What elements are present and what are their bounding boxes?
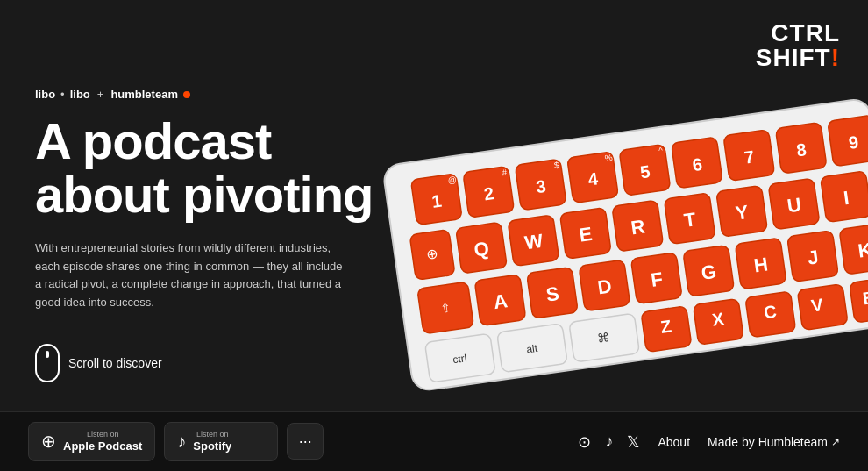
spotify-button[interactable]: ♪ Listen on Spotify <box>164 422 278 460</box>
logo-line1: CTRL <box>771 19 840 46</box>
apple-podcast-icon: ⊕ <box>41 432 56 450</box>
brand-libo2: libo <box>70 88 90 101</box>
scroll-icon <box>35 344 60 382</box>
instagram-icon[interactable]: ⊙ <box>578 432 591 452</box>
external-link-icon: ↗ <box>831 436 840 448</box>
more-icon: ··· <box>299 432 312 451</box>
scroll-label: Scroll to discover <box>68 356 162 370</box>
spotify-text: Listen on Spotify <box>193 430 231 453</box>
logo-exclaim: ! <box>831 44 840 71</box>
svg-text:Q: Q <box>473 238 490 261</box>
hero-content: libo • libo + humbleteam A podcast about… <box>35 88 403 382</box>
apple-platform-name: Apple Podcast <box>63 439 142 453</box>
svg-text:C: C <box>763 302 778 323</box>
bottom-right-section: ⊙ ♪ 𝕏 About Made by Humbleteam ↗ <box>578 432 840 452</box>
heading-line1: A podcast <box>35 112 271 169</box>
apple-podcast-text: Listen on Apple Podcast <box>63 430 142 453</box>
keyboard-image: 1 2 3 4 5 6 7 8 9 @ # $ % ^ ⊕ <box>351 53 868 421</box>
scroll-dot <box>46 351 49 358</box>
svg-text:ctrl: ctrl <box>452 352 468 366</box>
brand-humble: humbleteam <box>110 88 178 101</box>
svg-text:W: W <box>523 230 544 254</box>
spotify-icon: ♪ <box>177 432 186 450</box>
spotify-listen-on: Listen on <box>193 430 231 439</box>
svg-text:G: G <box>700 260 717 284</box>
made-by-link[interactable]: Made by Humbleteam ↗ <box>708 435 840 449</box>
tiktok-icon[interactable]: ♪ <box>605 432 613 451</box>
spotify-platform-name: Spotify <box>193 439 231 453</box>
scroll-discover-button[interactable]: Scroll to discover <box>35 344 162 382</box>
more-platforms-button[interactable]: ··· <box>287 423 324 460</box>
brand-dot1: • <box>60 88 65 101</box>
logo: CTRL SHIFT! <box>756 21 840 70</box>
svg-text:%: % <box>604 153 613 163</box>
twitter-icon[interactable]: 𝕏 <box>627 432 640 452</box>
svg-text:⊕: ⊕ <box>425 246 438 263</box>
made-by-text: Made by Humbleteam <box>708 435 828 449</box>
main-heading: A podcast about pivoting <box>35 115 403 222</box>
heading-line2: about pivoting <box>35 166 374 223</box>
brand-dot2 <box>183 91 190 98</box>
brand-plus: + <box>97 88 104 101</box>
svg-text:⌘: ⌘ <box>597 330 611 346</box>
bottom-left-section: ⊕ Listen on Apple Podcast ♪ Listen on Sp… <box>28 422 324 460</box>
bottom-bar: ⊕ Listen on Apple Podcast ♪ Listen on Sp… <box>0 411 868 471</box>
svg-text:⇧: ⇧ <box>439 300 452 316</box>
apple-podcast-button[interactable]: ⊕ Listen on Apple Podcast <box>28 422 155 460</box>
hero-description: With entrepreneurial stories from wildly… <box>35 239 351 312</box>
apple-listen-on: Listen on <box>63 430 142 439</box>
brand-libo1: libo <box>35 88 55 101</box>
svg-text:K: K <box>857 239 868 262</box>
svg-text:@: @ <box>447 175 458 185</box>
social-icons: ⊙ ♪ 𝕏 <box>578 432 640 452</box>
about-link[interactable]: About <box>658 435 690 449</box>
logo-line2: SHIFT <box>756 44 831 71</box>
logo-text: CTRL SHIFT! <box>756 21 840 70</box>
brand-line: libo • libo + humbleteam <box>35 88 403 101</box>
